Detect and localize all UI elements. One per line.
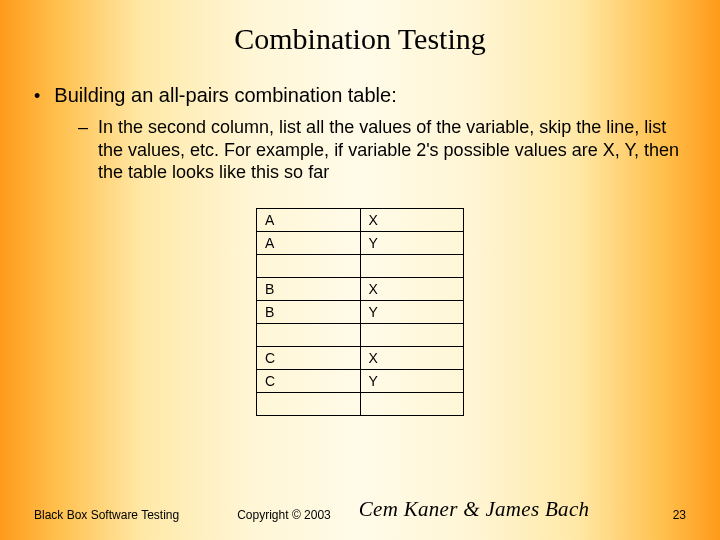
table-cell bbox=[257, 392, 361, 415]
combination-table-wrap: A X A Y B X B Y bbox=[256, 208, 464, 416]
table-cell: Y bbox=[360, 231, 464, 254]
table-row: C X bbox=[257, 346, 464, 369]
table-cell: B bbox=[257, 300, 361, 323]
table-cell: Y bbox=[360, 300, 464, 323]
table-cell bbox=[360, 323, 464, 346]
footer-copyright: Copyright © 2003 bbox=[237, 508, 331, 522]
slide: Combination Testing • Building an all-pa… bbox=[0, 0, 720, 540]
table-cell bbox=[257, 254, 361, 277]
bullet-level-2-text: In the second column, list all the value… bbox=[98, 116, 686, 184]
table-row bbox=[257, 392, 464, 415]
table-cell: A bbox=[257, 208, 361, 231]
table-cell: B bbox=[257, 277, 361, 300]
table-cell: C bbox=[257, 346, 361, 369]
table-cell: C bbox=[257, 369, 361, 392]
combination-table: A X A Y B X B Y bbox=[256, 208, 464, 416]
table-cell: X bbox=[360, 346, 464, 369]
bullet-level-1-text: Building an all-pairs combination table: bbox=[54, 84, 396, 108]
table-row bbox=[257, 254, 464, 277]
bullet-dash-icon: – bbox=[78, 116, 88, 184]
bullet-level-1: • Building an all-pairs combination tabl… bbox=[34, 84, 686, 108]
table-row bbox=[257, 323, 464, 346]
bullet-level-2: – In the second column, list all the val… bbox=[34, 116, 686, 184]
table-cell bbox=[360, 392, 464, 415]
slide-title: Combination Testing bbox=[0, 0, 720, 56]
table-cell: A bbox=[257, 231, 361, 254]
table-cell: X bbox=[360, 208, 464, 231]
slide-body: • Building an all-pairs combination tabl… bbox=[0, 56, 720, 416]
footer-left-text: Black Box Software Testing bbox=[34, 508, 179, 522]
table-row: B Y bbox=[257, 300, 464, 323]
footer-authors: Cem Kaner & James Bach bbox=[359, 497, 590, 522]
table-cell bbox=[257, 323, 361, 346]
table-cell: X bbox=[360, 277, 464, 300]
page-number: 23 bbox=[673, 508, 686, 522]
table-cell: Y bbox=[360, 369, 464, 392]
table-row: A Y bbox=[257, 231, 464, 254]
table-row: C Y bbox=[257, 369, 464, 392]
table-row: B X bbox=[257, 277, 464, 300]
table-cell bbox=[360, 254, 464, 277]
table-row: A X bbox=[257, 208, 464, 231]
slide-footer: Black Box Software Testing Copyright © 2… bbox=[0, 497, 720, 522]
bullet-dot-icon: • bbox=[34, 84, 40, 108]
